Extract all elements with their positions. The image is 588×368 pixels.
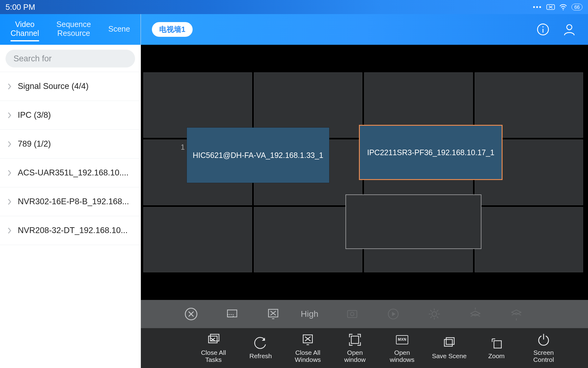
svg-point-18 bbox=[350, 312, 354, 316]
refresh-icon bbox=[254, 336, 267, 350]
brightness-icon[interactable] bbox=[427, 307, 442, 321]
power-icon bbox=[537, 333, 550, 347]
close-all-tasks-icon bbox=[207, 333, 220, 347]
tab-label: Scene bbox=[108, 25, 130, 33]
main: 电视墙1 bbox=[141, 14, 588, 368]
svg-rect-17 bbox=[347, 311, 357, 318]
button-label: Open window bbox=[344, 349, 366, 363]
tree-item-signal-source[interactable]: Signal Source (4/4) bbox=[0, 72, 141, 101]
svg-rect-40 bbox=[494, 341, 501, 348]
svg-rect-11 bbox=[228, 310, 237, 317]
tab-video-channel[interactable]: Video Channel bbox=[9, 18, 41, 41]
svg-point-20 bbox=[432, 312, 436, 316]
tree-item-acs[interactable]: ACS-UAR351L_192.168.10.... bbox=[0, 159, 141, 187]
chevron-right-icon bbox=[7, 83, 13, 90]
snapshot-icon[interactable] bbox=[345, 307, 360, 321]
crop-icon[interactable] bbox=[225, 307, 239, 321]
open-window-button[interactable]: Open window bbox=[336, 333, 374, 363]
tab-label: Sequence Resource bbox=[56, 20, 91, 38]
save-scene-icon bbox=[443, 336, 456, 350]
button-label: Save Scene bbox=[432, 352, 466, 359]
svg-point-3 bbox=[563, 9, 564, 10]
zoom-icon bbox=[490, 336, 503, 350]
close-all-tasks-button[interactable]: Close All Tasks bbox=[195, 333, 232, 363]
tree-item-nvr208[interactable]: NVR208-32-DT_192.168.10... bbox=[0, 216, 141, 245]
video-window-label: HIC5621@DH-FA-VA_192.168.1.33_1 bbox=[193, 151, 323, 160]
wall-area[interactable]: 1 HIC5621@DH-FA-VA_192.168.1.33_1 IPC221… bbox=[141, 45, 588, 300]
tree-item-label: IPC (3/8) bbox=[18, 110, 51, 120]
source-tree: Signal Source (4/4) IPC (3/8) 789 (1/2) … bbox=[0, 72, 141, 368]
close-window-icon[interactable] bbox=[266, 307, 281, 321]
chevron-right-icon bbox=[7, 141, 13, 147]
svg-rect-39 bbox=[446, 338, 454, 344]
button-label: Screen Control bbox=[533, 349, 554, 363]
wall-chip-label: 电视墙1 bbox=[159, 25, 185, 34]
battery-level: 66 bbox=[574, 4, 580, 10]
tab-scene[interactable]: Scene bbox=[107, 23, 132, 36]
cast-icon bbox=[546, 4, 555, 10]
close-all-windows-icon bbox=[301, 333, 315, 347]
tree-item-label: 789 (1/2) bbox=[18, 139, 51, 149]
button-label: Close All Windows bbox=[295, 349, 321, 363]
video-window-1[interactable]: HIC5621@DH-FA-VA_192.168.1.33_1 bbox=[187, 128, 329, 183]
svg-line-27 bbox=[437, 310, 438, 312]
refresh-button[interactable]: Refresh bbox=[242, 336, 279, 359]
button-label: Close All Tasks bbox=[201, 349, 226, 363]
more-icon: ••• bbox=[533, 4, 542, 11]
tab-sequence-resource[interactable]: Sequence Resource bbox=[55, 18, 93, 41]
close-circle-icon[interactable] bbox=[184, 307, 198, 321]
main-header: 电视墙1 bbox=[141, 14, 588, 45]
tree-item-label: NVR208-32-DT_192.168.10... bbox=[18, 226, 128, 235]
status-time: 5:00 PM bbox=[6, 2, 35, 12]
open-window-icon bbox=[348, 333, 362, 347]
sidebar-tabs: Video Channel Sequence Resource Scene bbox=[0, 14, 141, 45]
svg-point-7 bbox=[567, 25, 572, 30]
chevron-right-icon bbox=[7, 112, 13, 118]
battery-indicator: 66 bbox=[571, 4, 582, 10]
empty-window[interactable] bbox=[345, 194, 481, 249]
status-icons: ••• 66 bbox=[533, 4, 582, 11]
screen-control-button[interactable]: Screen Control bbox=[525, 333, 562, 363]
tree-item-label: NVR302-16E-P8-B_192.168... bbox=[18, 197, 129, 206]
tree-item-label: ACS-UAR351L_192.168.10.... bbox=[18, 168, 129, 178]
layers-down-icon[interactable] bbox=[509, 307, 524, 321]
svg-point-5 bbox=[542, 26, 544, 28]
chevron-right-icon bbox=[7, 199, 13, 205]
svg-rect-37 bbox=[351, 336, 359, 343]
button-label: Zoom bbox=[488, 352, 505, 359]
svg-rect-38 bbox=[444, 339, 452, 346]
wall-cell[interactable] bbox=[143, 207, 252, 272]
tree-item-ipc[interactable]: IPC (3/8) bbox=[0, 101, 141, 130]
search-input[interactable] bbox=[6, 50, 135, 67]
button-label: Refresh bbox=[249, 352, 272, 359]
header-icons bbox=[537, 23, 576, 36]
mxn-label: MXN bbox=[396, 335, 408, 344]
svg-line-25 bbox=[430, 310, 432, 312]
chevron-right-icon bbox=[7, 228, 13, 234]
info-icon[interactable] bbox=[537, 23, 549, 36]
tree-item-label: Signal Source (4/4) bbox=[18, 82, 89, 91]
video-window-2[interactable]: IPC2211SR3-PF36_192.168.10.17_1 bbox=[360, 125, 502, 179]
mid-toolbar: High bbox=[141, 300, 588, 328]
zoom-button[interactable]: Zoom bbox=[478, 336, 515, 359]
chevron-right-icon bbox=[7, 170, 13, 176]
sidebar: Video Channel Sequence Resource Scene Si… bbox=[0, 14, 141, 368]
bottom-toolbar: Close All Tasks Refresh bbox=[141, 328, 588, 368]
play-circle-icon[interactable] bbox=[386, 307, 401, 321]
wall-chip[interactable]: 电视墙1 bbox=[152, 22, 193, 37]
layers-up-icon[interactable] bbox=[468, 307, 483, 321]
svg-rect-12 bbox=[228, 315, 233, 317]
user-icon[interactable] bbox=[563, 23, 576, 36]
wifi-icon bbox=[559, 4, 567, 10]
cell-index-label: 1 bbox=[181, 143, 185, 151]
video-window-label: IPC2211SR3-PF36_192.168.10.17_1 bbox=[367, 148, 495, 157]
tree-item-789[interactable]: 789 (1/2) bbox=[0, 130, 141, 159]
quality-label[interactable]: High bbox=[301, 309, 318, 319]
tab-label: Video Channel bbox=[10, 20, 39, 38]
wall-cell[interactable] bbox=[475, 207, 583, 272]
open-windows-button[interactable]: MXN Open windows bbox=[383, 333, 421, 363]
close-all-windows-button[interactable]: Close All Windows bbox=[289, 333, 326, 363]
tree-item-nvr302[interactable]: NVR302-16E-P8-B_192.168... bbox=[0, 187, 141, 216]
status-bar: 5:00 PM ••• 66 bbox=[0, 0, 588, 14]
save-scene-button[interactable]: Save Scene bbox=[431, 336, 468, 359]
